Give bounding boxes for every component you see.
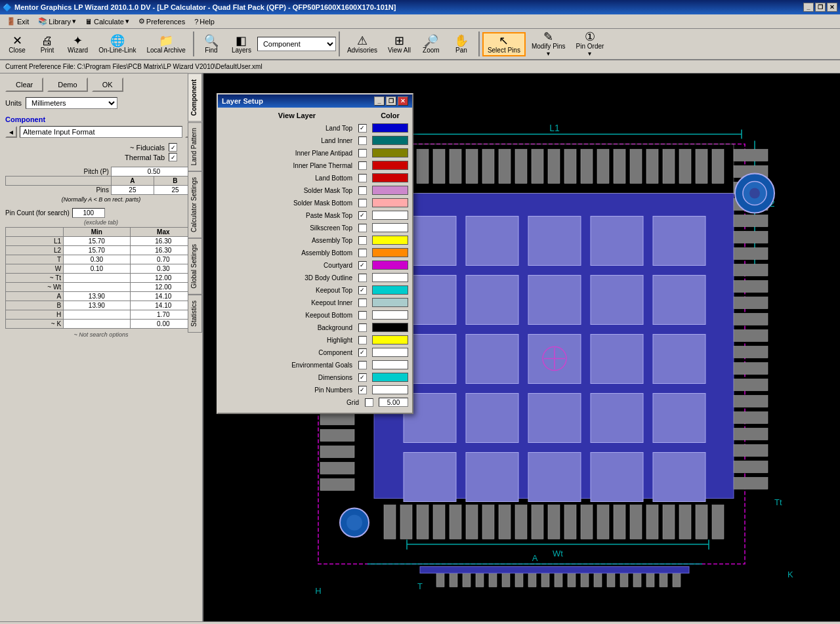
vtab-global-settings[interactable]: Global Settings bbox=[188, 238, 202, 295]
find-button[interactable]: 🔍 Find bbox=[197, 33, 226, 56]
w-max[interactable]: 0.30 bbox=[130, 264, 196, 274]
layer-checkbox[interactable] bbox=[358, 361, 367, 369]
a-max[interactable]: 14.10 bbox=[130, 292, 196, 301]
layer-checkbox[interactable] bbox=[358, 124, 367, 133]
advisories-button[interactable]: ⚠ Advisories bbox=[343, 33, 382, 56]
t-max[interactable]: 0.70 bbox=[130, 255, 196, 264]
pin-count-input[interactable] bbox=[72, 208, 105, 218]
vtab-statistics[interactable]: Statistics bbox=[188, 295, 202, 333]
close-button[interactable]: ✕ bbox=[827, 3, 837, 12]
layer-color-swatch[interactable] bbox=[372, 385, 408, 394]
online-link-button[interactable]: 🌐 On-Line-Link bbox=[94, 33, 140, 56]
fiducials-checkbox[interactable] bbox=[169, 143, 177, 152]
layer-checkbox[interactable] bbox=[358, 149, 367, 157]
h-min[interactable] bbox=[64, 310, 130, 320]
layer-color-swatch[interactable] bbox=[372, 198, 408, 207]
layers-button[interactable]: ◧ Layers bbox=[227, 33, 256, 56]
grid-input[interactable] bbox=[379, 398, 408, 407]
layer-checkbox[interactable] bbox=[358, 186, 367, 195]
component-input[interactable] bbox=[20, 126, 182, 138]
b-max[interactable]: 14.10 bbox=[130, 301, 196, 310]
k-min[interactable] bbox=[64, 320, 130, 329]
layer-color-swatch[interactable] bbox=[372, 373, 408, 382]
layer-color-swatch[interactable] bbox=[372, 186, 408, 195]
layer-checkbox[interactable] bbox=[358, 249, 367, 257]
clear-button[interactable]: Clear bbox=[5, 77, 43, 92]
layer-color-swatch[interactable] bbox=[372, 136, 408, 145]
local-archive-button[interactable]: 📁 Local Archive bbox=[142, 33, 190, 56]
layer-color-swatch[interactable] bbox=[372, 148, 408, 157]
l1-min[interactable]: 15.70 bbox=[64, 237, 130, 246]
b-min[interactable]: 13.90 bbox=[64, 301, 130, 310]
menu-calculate[interactable]: 🖩 Calculate ▾ bbox=[81, 16, 133, 27]
layer-color-swatch[interactable] bbox=[372, 360, 408, 369]
dialog-minimize-button[interactable]: _ bbox=[374, 96, 385, 106]
view-all-button[interactable]: ⊞ View All bbox=[383, 33, 415, 56]
layer-checkbox[interactable] bbox=[358, 299, 367, 307]
menu-preferences[interactable]: ⚙ Preferences bbox=[135, 16, 189, 27]
layer-color-swatch[interactable] bbox=[372, 323, 408, 332]
pin-order-button[interactable]: ① Pin Order ▾ bbox=[572, 29, 609, 59]
pins-a[interactable]: 25 bbox=[111, 186, 154, 195]
vtab-land-pattern[interactable]: Land Pattern bbox=[188, 122, 202, 171]
menu-exit[interactable]: 🚪 Exit bbox=[3, 16, 33, 27]
l2-max[interactable]: 16.30 bbox=[130, 246, 196, 255]
layer-color-swatch[interactable] bbox=[372, 285, 408, 295]
layer-color-swatch[interactable] bbox=[372, 273, 408, 282]
wizard-button[interactable]: ✦ Wizard bbox=[63, 33, 93, 56]
vtab-component[interactable]: Component bbox=[188, 73, 202, 122]
wt-min[interactable] bbox=[64, 283, 130, 292]
layer-checkbox[interactable] bbox=[358, 286, 367, 295]
pitch-value[interactable]: 0.50 bbox=[111, 167, 196, 177]
layer-color-swatch[interactable] bbox=[372, 123, 408, 133]
layer-color-swatch[interactable] bbox=[372, 236, 408, 245]
layer-color-swatch[interactable] bbox=[372, 248, 408, 257]
k-max[interactable]: 0.00 bbox=[130, 320, 196, 329]
tt-max[interactable]: 12.00 bbox=[130, 274, 196, 283]
restore-button[interactable]: ❐ bbox=[815, 3, 826, 12]
h-max[interactable]: 1.70 bbox=[130, 310, 196, 320]
ok-button[interactable]: OK bbox=[92, 77, 123, 92]
layer-color-swatch[interactable] bbox=[372, 335, 408, 344]
layer-checkbox[interactable] bbox=[365, 398, 373, 407]
layer-color-swatch[interactable] bbox=[372, 161, 408, 170]
thermal-tab-checkbox[interactable] bbox=[169, 153, 177, 161]
layer-checkbox[interactable] bbox=[358, 224, 367, 232]
layer-checkbox[interactable] bbox=[358, 386, 367, 394]
layer-checkbox[interactable] bbox=[358, 199, 367, 207]
layer-color-swatch[interactable] bbox=[372, 260, 408, 270]
layer-dropdown[interactable]: Component Pad Layer bbox=[257, 37, 336, 51]
a-min[interactable]: 13.90 bbox=[64, 292, 130, 301]
modify-pins-button[interactable]: ✎ Modify Pins ▾ bbox=[527, 29, 570, 59]
layer-checkbox[interactable] bbox=[358, 211, 367, 220]
demo-button[interactable]: Demo bbox=[47, 77, 87, 92]
layer-checkbox[interactable] bbox=[358, 161, 367, 170]
component-prev-button[interactable]: ◄ bbox=[5, 126, 17, 138]
dialog-restore-button[interactable]: ❐ bbox=[386, 96, 396, 106]
layer-checkbox[interactable] bbox=[358, 261, 367, 270]
layer-checkbox[interactable] bbox=[358, 373, 367, 382]
layer-checkbox[interactable] bbox=[358, 236, 367, 245]
layer-checkbox[interactable] bbox=[358, 348, 367, 357]
layer-checkbox[interactable] bbox=[358, 323, 367, 332]
layer-color-swatch[interactable] bbox=[372, 310, 408, 320]
layer-color-swatch[interactable] bbox=[372, 211, 408, 220]
menu-library[interactable]: 📚 Library ▾ bbox=[34, 16, 80, 27]
w-min[interactable]: 0.10 bbox=[64, 264, 130, 274]
vtab-calculator-settings[interactable]: Calculator Settings bbox=[188, 171, 202, 238]
t-min[interactable]: 0.30 bbox=[64, 255, 130, 264]
layer-checkbox[interactable] bbox=[358, 136, 367, 145]
l1-max[interactable]: 16.30 bbox=[130, 237, 196, 246]
tt-min[interactable] bbox=[64, 274, 130, 283]
zoom-button[interactable]: 🔎 Zoom bbox=[417, 33, 446, 56]
layer-checkbox[interactable] bbox=[358, 274, 367, 282]
layer-color-swatch[interactable] bbox=[372, 298, 408, 307]
layer-color-swatch[interactable] bbox=[372, 173, 408, 182]
layer-checkbox[interactable] bbox=[358, 336, 367, 344]
layer-checkbox[interactable] bbox=[358, 174, 367, 182]
print-button[interactable]: 🖨 Print bbox=[33, 33, 62, 56]
wt-max[interactable]: 12.00 bbox=[130, 283, 196, 292]
window-controls[interactable]: _ ❐ ✕ bbox=[803, 3, 837, 12]
l2-min[interactable]: 15.70 bbox=[64, 246, 130, 255]
layer-color-swatch[interactable] bbox=[372, 223, 408, 232]
